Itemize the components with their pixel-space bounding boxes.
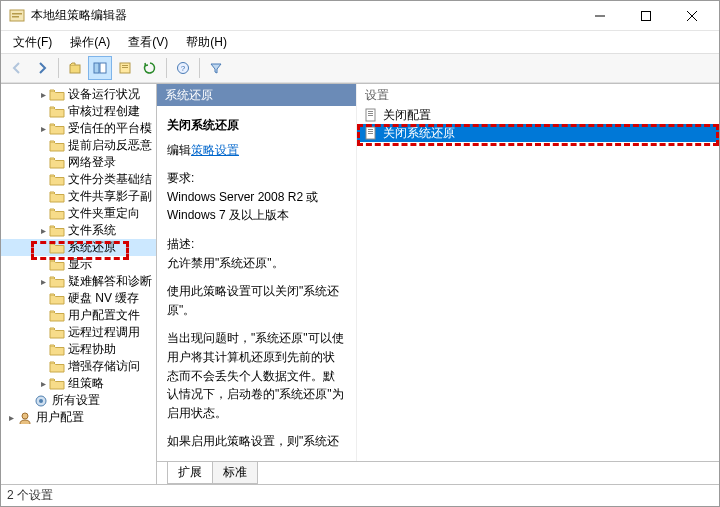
tree-node[interactable]: ▸文件系统 xyxy=(1,222,156,239)
forward-button[interactable] xyxy=(30,56,54,80)
folder-icon xyxy=(49,122,65,136)
window-title: 本地组策略编辑器 xyxy=(31,7,577,24)
tree-node[interactable]: ▸受信任的平台模 xyxy=(1,120,156,137)
tree-node-all-settings[interactable]: 所有设置 xyxy=(1,392,156,409)
tree-node[interactable]: 用户配置文件 xyxy=(1,307,156,324)
folder-icon xyxy=(49,275,65,289)
svg-point-13 xyxy=(39,399,43,403)
tree-node-label: 网络登录 xyxy=(68,154,116,171)
maximize-button[interactable] xyxy=(623,1,669,31)
folder-icon xyxy=(49,156,65,170)
show-hide-tree-button[interactable] xyxy=(88,56,112,80)
folder-icon xyxy=(49,360,65,374)
folder-icon xyxy=(49,173,65,187)
body: ▸设备运行状况审核过程创建▸受信任的平台模提前启动反恶意网络登录文件分类基础结文… xyxy=(1,83,719,484)
expander-icon[interactable]: ▸ xyxy=(5,412,17,423)
tree-node[interactable]: 硬盘 NV 缓存 xyxy=(1,290,156,307)
tree-pane: ▸设备运行状况审核过程创建▸受信任的平台模提前启动反恶意网络登录文件分类基础结文… xyxy=(1,84,157,484)
tree-node-label: 所有设置 xyxy=(52,392,100,409)
menu-help[interactable]: 帮助(H) xyxy=(178,32,235,53)
folder-icon xyxy=(49,88,65,102)
tree-node[interactable]: 系统还原 xyxy=(1,239,156,256)
tree-node[interactable]: 文件共享影子副 xyxy=(1,188,156,205)
policy-icon xyxy=(363,108,379,122)
expander-icon[interactable]: ▸ xyxy=(37,225,49,236)
tree-node[interactable]: 显示 xyxy=(1,256,156,273)
menu-file[interactable]: 文件(F) xyxy=(5,32,60,53)
svg-rect-0 xyxy=(10,10,24,21)
list-row[interactable]: 关闭配置 xyxy=(357,106,719,124)
requirements-text: Windows Server 2008 R2 或 Windows 7 及以上版本 xyxy=(167,188,346,225)
tree-node[interactable]: 远程过程调用 xyxy=(1,324,156,341)
tree-node[interactable]: ▸设备运行状况 xyxy=(1,86,156,103)
menu-action[interactable]: 操作(A) xyxy=(62,32,118,53)
requirements-label: 要求: xyxy=(167,169,346,188)
tree-node[interactable]: ▸疑难解答和诊断 xyxy=(1,273,156,290)
tree-node[interactable]: 远程协助 xyxy=(1,341,156,358)
svg-rect-2 xyxy=(12,16,19,18)
tree-node-label: 文件共享影子副 xyxy=(68,188,152,205)
tree-node[interactable]: 增强存储访问 xyxy=(1,358,156,375)
tab-standard[interactable]: 标准 xyxy=(212,462,258,484)
tree-node-label: 用户配置文件 xyxy=(68,307,140,324)
description-text-3: 当出现问题时，"系统还原"可以使用户将其计算机还原到先前的状态而不会丢失个人数据… xyxy=(167,329,346,422)
tree-node[interactable]: 文件夹重定向 xyxy=(1,205,156,222)
svg-rect-20 xyxy=(368,129,373,130)
expander-icon[interactable]: ▸ xyxy=(37,123,49,134)
expander-icon[interactable]: ▸ xyxy=(37,378,49,389)
svg-rect-4 xyxy=(70,65,80,73)
list-row-label: 关闭配置 xyxy=(383,107,431,124)
tree-node[interactable]: 文件分类基础结 xyxy=(1,171,156,188)
tree-node-label: 疑难解答和诊断 xyxy=(68,273,152,290)
description-label: 描述: xyxy=(167,235,346,254)
tree-node-user-config[interactable]: ▸用户配置 xyxy=(1,409,156,426)
folder-icon xyxy=(49,190,65,204)
svg-rect-16 xyxy=(368,111,373,112)
description-header: 系统还原 xyxy=(157,84,356,106)
edit-policy-link[interactable]: 策略设置 xyxy=(191,143,239,157)
help-button[interactable]: ? xyxy=(171,56,195,80)
menu-view[interactable]: 查看(V) xyxy=(120,32,176,53)
svg-rect-3 xyxy=(642,11,651,20)
folder-icon xyxy=(49,292,65,306)
export-button[interactable] xyxy=(113,56,137,80)
tree-node-label: 文件系统 xyxy=(68,222,116,239)
close-button[interactable] xyxy=(669,1,715,31)
back-button[interactable] xyxy=(5,56,29,80)
filter-button[interactable] xyxy=(204,56,228,80)
folder-icon xyxy=(49,309,65,323)
edit-policy-line: 编辑策略设置 xyxy=(167,141,346,160)
expander-icon[interactable]: ▸ xyxy=(37,276,49,287)
svg-rect-9 xyxy=(122,67,128,68)
list-row[interactable]: 关闭系统还原 xyxy=(357,124,719,142)
folder-icon xyxy=(49,207,65,221)
tree-node[interactable]: ▸组策略 xyxy=(1,375,156,392)
up-button[interactable] xyxy=(63,56,87,80)
toolbar-separator xyxy=(58,58,59,78)
tree-node[interactable]: 审核过程创建 xyxy=(1,103,156,120)
expander-icon[interactable]: ▸ xyxy=(37,89,49,100)
tree-node[interactable]: 提前启动反恶意 xyxy=(1,137,156,154)
description-text-2: 使用此策略设置可以关闭"系统还原"。 xyxy=(167,282,346,319)
tab-extended[interactable]: 扩展 xyxy=(167,462,213,484)
tree-node-label: 文件分类基础结 xyxy=(68,171,152,188)
tree-node-label: 增强存储访问 xyxy=(68,358,140,375)
statusbar: 2 个设置 xyxy=(1,484,719,506)
refresh-button[interactable] xyxy=(138,56,162,80)
svg-point-14 xyxy=(22,413,28,419)
tree-node[interactable]: 网络登录 xyxy=(1,154,156,171)
policy-title: 关闭系统还原 xyxy=(167,116,346,135)
folder-icon xyxy=(49,326,65,340)
settings-icon xyxy=(33,394,49,408)
list-row-label: 关闭系统还原 xyxy=(383,125,455,142)
list-header: 设置 xyxy=(357,84,719,106)
minimize-button[interactable] xyxy=(577,1,623,31)
menubar: 文件(F) 操作(A) 查看(V) 帮助(H) xyxy=(1,31,719,53)
tree-node-label: 硬盘 NV 缓存 xyxy=(68,290,139,307)
column-header-setting[interactable]: 设置 xyxy=(357,87,719,104)
svg-rect-1 xyxy=(12,13,22,15)
tree-node-label: 设备运行状况 xyxy=(68,86,140,103)
svg-rect-5 xyxy=(94,63,99,73)
folder-icon xyxy=(49,139,65,153)
tree-node-label: 远程协助 xyxy=(68,341,116,358)
